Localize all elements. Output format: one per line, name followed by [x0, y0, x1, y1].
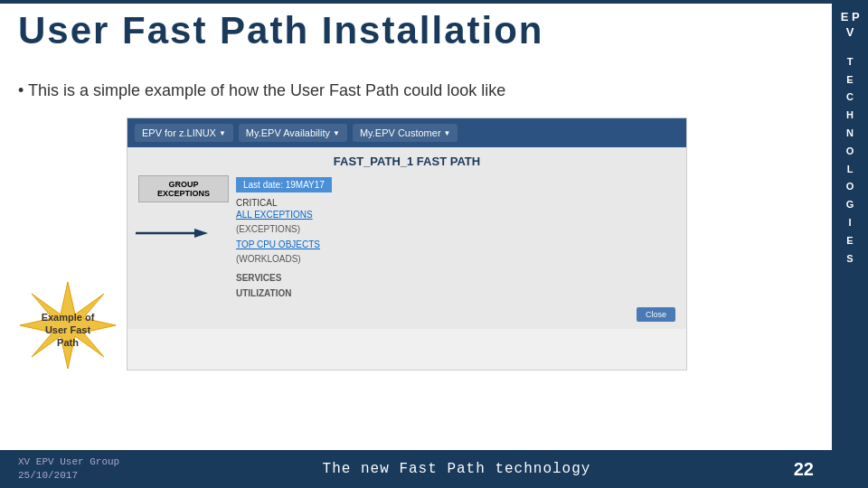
close-button[interactable]: Close [637, 307, 675, 322]
top-divider [0, 0, 832, 4]
nav-bar: EPV for z.LINUX My.EPV Availability My.E… [127, 118, 686, 147]
all-exceptions-link[interactable]: ALL EXCEPTIONS [236, 210, 675, 220]
right-sidebar: E P V T E C H N O L O G I E S [832, 0, 868, 488]
utilization-label: UTILIZATION [236, 288, 675, 298]
page-number: 22 [794, 459, 814, 480]
date-label: 25/10/2017 [18, 469, 119, 483]
starburst-text: Example ofUser FastPath [42, 311, 95, 350]
page-title: User Fast Path Installation [18, 9, 543, 52]
nav-item-epv[interactable]: EPV for z.LINUX [135, 124, 233, 142]
arrow-icon [136, 224, 208, 242]
top-cpu-link[interactable]: TOP CPU OBJECTS [236, 239, 675, 249]
bottom-left-info: XV EPV User Group 25/10/2017 [18, 455, 119, 483]
main-content: User Fast Path Installation • This is a … [0, 0, 832, 488]
user-group-label: XV EPV User Group [18, 455, 119, 469]
nav-item-myepv-customer[interactable]: My.EPV Customer [353, 124, 458, 142]
svg-marker-1 [194, 229, 208, 238]
bottom-bar: XV EPV User Group 25/10/2017 The new Fas… [0, 450, 832, 488]
sidebar-bottom-letters: T E C H N O L O G I E S [846, 53, 854, 268]
bullet-text: • This is a simple example of how the Us… [18, 81, 505, 100]
screenshot-container: EPV for z.LINUX My.EPV Availability My.E… [127, 117, 687, 371]
last-date-bar: Last date: 19MAY17 [236, 177, 332, 192]
sidebar-top-letters: E P V [832, 5, 868, 46]
services-label: SERVICES [236, 273, 675, 283]
fast-path-title: FAST_PATH_1 FAST PATH [138, 155, 675, 168]
nav-item-myepv-availability[interactable]: My.EPV Availability [239, 124, 347, 142]
starburst-shape: Example ofUser FastPath [18, 280, 118, 380]
bottom-center-text: The new Fast Path technology [323, 461, 591, 477]
group-exceptions-label: GROUP EXCEPTIONS [143, 180, 224, 198]
screenshot-body: FAST_PATH_1 FAST PATH GROUP EXCEPTIONS L… [127, 147, 686, 329]
workloads-sub: (WORKLOADS) [236, 254, 301, 264]
critical-text: CRITICAL [236, 198, 675, 208]
exceptions-sub: (EXCEPTIONS) [236, 224, 300, 234]
